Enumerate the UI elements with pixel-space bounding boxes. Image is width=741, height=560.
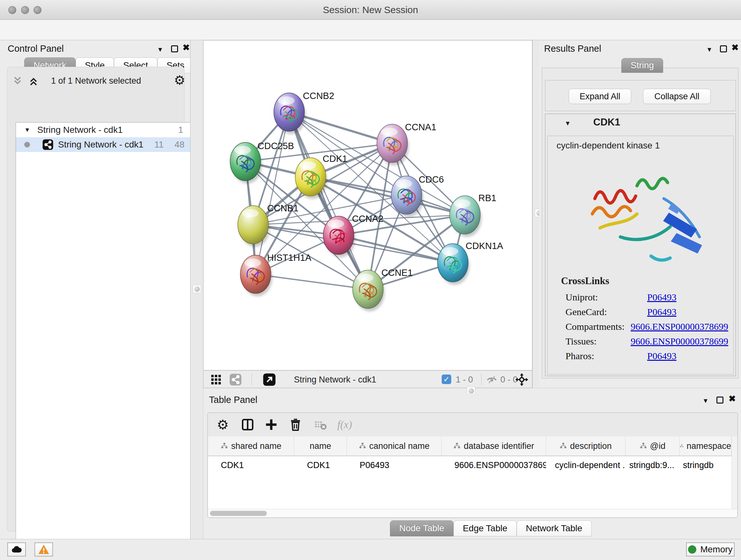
node-CDK1[interactable]: CDK1: [295, 153, 347, 199]
network-label: String Network - cdk1: [58, 139, 144, 150]
column-header-database-identifier[interactable]: database identifier: [442, 436, 546, 455]
panel-float-icon[interactable]: [171, 45, 178, 52]
column-header-name[interactable]: name: [294, 436, 347, 455]
column-label: description: [570, 441, 612, 451]
node-CCNA1[interactable]: CCNA1: [377, 122, 436, 165]
cell-shared-name[interactable]: CDK1: [208, 460, 294, 470]
horizontal-splitter[interactable]: [203, 388, 741, 393]
left-splitter[interactable]: [190, 40, 203, 539]
tab-edge-table[interactable]: Edge Table: [454, 520, 517, 537]
panel-menu-icon[interactable]: ▼: [702, 397, 709, 405]
cloud-icon: [10, 543, 23, 556]
cell-canonical-name[interactable]: P06493: [347, 460, 442, 470]
panel-close-icon[interactable]: ✖: [731, 44, 739, 52]
cell-namespace[interactable]: stringdb: [680, 460, 731, 470]
results-panel-title: Results Panel: [544, 44, 601, 54]
column-header--id[interactable]: @id: [625, 436, 680, 455]
attribute-type-icon: [559, 442, 567, 450]
cell-description[interactable]: cyclin-dependent ...: [546, 460, 625, 470]
table-vertical-scrollbar[interactable]: [731, 436, 737, 509]
table-header-row: shared namenamecanonical namedatabase id…: [208, 436, 737, 456]
node-CDC25B[interactable]: CDC25B: [230, 141, 294, 184]
network-row-selected[interactable]: String Network - cdk1 11 48: [16, 137, 190, 152]
crosslink-label: Pharos:: [565, 351, 647, 361]
network-overview-icon[interactable]: [229, 373, 242, 387]
column-header-shared-name[interactable]: shared name: [208, 436, 294, 455]
cell--id[interactable]: stringdb:9...: [625, 460, 680, 470]
delete-column-icon[interactable]: [287, 417, 304, 433]
delete-table-icon[interactable]: [312, 417, 329, 433]
crosslink-label: Compartments:: [565, 321, 630, 332]
grid-view-icon[interactable]: [210, 374, 222, 387]
table-horizontal-scrollbar[interactable]: [208, 509, 737, 517]
expand-all-button[interactable]: Expand All: [569, 89, 631, 104]
node-HIST1H1A[interactable]: HIST1H1A: [240, 253, 312, 296]
cloud-status-button[interactable]: [7, 543, 26, 557]
network-status-dot-icon: [24, 142, 30, 147]
column-label: canonical name: [369, 441, 429, 451]
network-collection-row[interactable]: ▼ String Network - cdk1 1: [16, 123, 190, 137]
crosslink-link[interactable]: P06493: [647, 351, 677, 361]
crosslink-link[interactable]: P06493: [647, 292, 677, 303]
node-CCNE1[interactable]: CCNE1: [353, 267, 413, 311]
cell-database-identifier[interactable]: 9606.ENSP00000378699: [442, 460, 546, 470]
scrollbar-thumb[interactable]: [210, 511, 267, 516]
panel-close-icon[interactable]: ✖: [183, 44, 190, 52]
cell-name[interactable]: CDK1: [294, 460, 347, 470]
node-RB1[interactable]: RB1: [450, 193, 496, 237]
edge-HIST1H1A-CCNE1[interactable]: [256, 274, 368, 289]
create-column-icon[interactable]: [263, 417, 280, 433]
table-row[interactable]: CDK1CDK1P064939606.ENSP00000378699cyclin…: [208, 456, 737, 474]
control-panel: Control Panel ▼ ✖ NetworkStyleSelectSets…: [0, 40, 190, 539]
tab-node-table[interactable]: Node Table: [390, 520, 454, 537]
tab-string[interactable]: String: [621, 58, 663, 73]
panel-close-icon[interactable]: ✖: [729, 395, 736, 403]
tree-expander-icon[interactable]: ▼: [24, 126, 30, 133]
network-graph[interactable]: CCNB2CCNA1CDC25BCDK1CDC6RB1CCNB1CCNA2CDK…: [204, 41, 532, 370]
function-builder-icon[interactable]: f(x): [336, 417, 353, 433]
fit-content-crosshair-icon[interactable]: [515, 373, 529, 388]
column-header-description[interactable]: description: [546, 436, 625, 455]
column-header-namespace[interactable]: namespace: [680, 436, 731, 455]
column-label: namespace: [686, 441, 731, 451]
selected-checkbox-icon[interactable]: ✓: [442, 374, 451, 384]
collapse-all-button[interactable]: Collapse All: [643, 89, 711, 104]
warnings-button[interactable]: [35, 543, 53, 557]
crosslink-link[interactable]: 9606.ENSP00000378699: [630, 321, 728, 332]
crosslink-row: Compartments:9606.ENSP00000378699: [565, 319, 728, 334]
node-CCNB2[interactable]: CCNB2: [274, 91, 334, 134]
node-CCNB1[interactable]: CCNB1: [238, 203, 298, 247]
edge-CCNA2-CDKN1A[interactable]: [339, 235, 453, 263]
tree-options-gear-icon[interactable]: ⚙: [174, 73, 185, 87]
node-CDKN1A[interactable]: CDKN1A: [437, 241, 503, 285]
network-view-canvas[interactable]: CCNB2CCNA1CDC25BCDK1CDC6RB1CCNB1CCNA2CDK…: [203, 40, 532, 370]
network-view-footer: String Network - cdk1 ✓ 1 - 0 0 - 0: [203, 370, 532, 388]
crosslink-link[interactable]: 9606.ENSP00000378699: [630, 336, 728, 347]
memory-label: Memory: [700, 544, 732, 555]
warning-icon: [38, 543, 50, 556]
node-label-CCNA1: CCNA1: [405, 122, 436, 132]
status-bar: Memory: [0, 539, 741, 560]
crosslink-label: GeneCard:: [565, 307, 647, 317]
column-header-canonical-name[interactable]: canonical name: [347, 436, 442, 455]
crosslink-link[interactable]: P06493: [647, 307, 677, 317]
protein-structure-image: [576, 159, 716, 287]
hidden-eye-icon[interactable]: [486, 374, 497, 387]
memory-button[interactable]: Memory: [686, 543, 735, 557]
panel-menu-icon[interactable]: ▼: [706, 46, 713, 53]
panel-float-icon[interactable]: [717, 396, 724, 403]
node-label-CDKN1A: CDKN1A: [466, 241, 503, 251]
show-column-icon[interactable]: [239, 417, 256, 433]
table-options-gear-icon[interactable]: ⚙: [214, 417, 231, 433]
node-label-CCNE1: CCNE1: [381, 267, 413, 278]
node-table-container: ⚙ f(x) shared namenamecanonical namedata…: [207, 413, 738, 518]
protein-entry: ▼ CDK1 cyclin-dependent kinase 1 CrossLi…: [545, 114, 736, 376]
open-in-browser-icon[interactable]: [263, 373, 276, 388]
panel-menu-icon[interactable]: ▼: [157, 46, 163, 53]
tab-network-table[interactable]: Network Table: [517, 520, 592, 537]
node-table[interactable]: shared namenamecanonical namedatabase id…: [208, 436, 737, 509]
node-CDC6[interactable]: CDC6: [391, 174, 444, 217]
node-label-CCNB2: CCNB2: [303, 91, 334, 101]
panel-float-icon[interactable]: [720, 45, 727, 52]
entry-expander-icon[interactable]: ▼: [564, 120, 571, 127]
